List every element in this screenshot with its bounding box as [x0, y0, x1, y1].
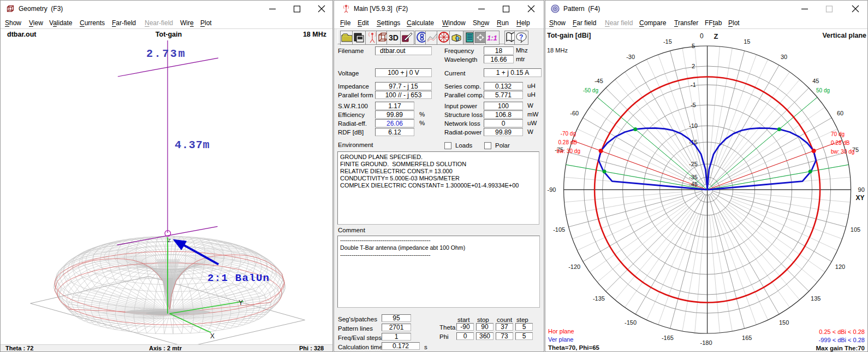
svg-text:-35: -35 — [689, 174, 698, 180]
svg-text:-70 dg: -70 dg — [561, 131, 576, 137]
svg-text:-135: -135 — [593, 295, 605, 302]
svg-text:-45: -45 — [689, 181, 698, 187]
svg-text:-50 dg: -50 dg — [583, 87, 598, 93]
svg-text:-999 < dBi < 0.28: -999 < dBi < 0.28 — [819, 337, 865, 343]
svg-text:45: 45 — [812, 78, 819, 84]
svg-text:bw: 30 dg: bw: 30 dg — [557, 148, 580, 154]
svg-text:X: X — [210, 332, 215, 340]
svg-text:0.25 < dBi < 0.28: 0.25 < dBi < 0.28 — [819, 328, 865, 335]
svg-text:15: 15 — [744, 38, 750, 45]
svg-text:bw: 30 dg: bw: 30 dg — [831, 149, 854, 155]
svg-text:Y: Y — [239, 299, 243, 307]
svg-text:60: 60 — [837, 110, 843, 116]
svg-text:150: 150 — [779, 319, 789, 326]
svg-text:70 dg: 70 dg — [831, 131, 845, 137]
svg-text:Vertical plane: Vertical plane — [822, 32, 866, 39]
svg-text:Hor plane: Hor plane — [548, 328, 574, 335]
svg-text:-5: -5 — [691, 102, 696, 108]
svg-text:0.28 dB: 0.28 dB — [831, 140, 850, 146]
svg-text:18 MHz: 18 MHz — [303, 31, 326, 38]
svg-text:50 dg: 50 dg — [816, 87, 830, 93]
svg-text:90: 90 — [858, 186, 865, 193]
svg-text:0.28 dB: 0.28 dB — [558, 139, 578, 145]
svg-text:120: 120 — [835, 263, 845, 270]
svg-text:4.37m: 4.37m — [175, 139, 210, 151]
svg-text:1:1: 1:1 — [487, 34, 497, 42]
svg-text:5: 5 — [692, 43, 695, 49]
svg-text:-180: -180 — [700, 339, 712, 346]
svg-text:3D: 3D — [389, 33, 399, 42]
svg-text:-1: -1 — [691, 81, 696, 88]
svg-text:2: 2 — [692, 63, 695, 69]
svg-text:Max gain The:70: Max gain The:70 — [816, 345, 865, 351]
svg-text:-15: -15 — [663, 38, 672, 45]
svg-text:-25: -25 — [689, 161, 698, 167]
svg-text:Tot-gain [dBi]: Tot-gain [dBi] — [547, 32, 591, 39]
svg-text:-60: -60 — [570, 110, 579, 116]
svg-text:165: 165 — [742, 335, 752, 341]
svg-text:dtbar.out: dtbar.out — [7, 31, 37, 38]
svg-text:-30: -30 — [626, 54, 635, 60]
svg-text:-105: -105 — [553, 226, 565, 233]
svg-text:Ver plane: Ver plane — [548, 336, 573, 343]
svg-text:-120: -120 — [568, 263, 580, 270]
svg-text:Tot-gain: Tot-gain — [156, 31, 182, 38]
svg-text:-90: -90 — [548, 186, 556, 193]
svg-text:2.73m: 2.73m — [146, 48, 186, 60]
svg-text:Theta=70, Phi=65: Theta=70, Phi=65 — [548, 344, 600, 351]
svg-text:XY: XY — [856, 194, 865, 202]
svg-text:0: 0 — [700, 32, 704, 40]
svg-text:-10: -10 — [689, 122, 698, 129]
svg-text:-150: -150 — [625, 319, 637, 326]
svg-text:?: ? — [519, 33, 523, 41]
svg-text:Z: Z — [168, 237, 171, 243]
svg-text:105: 105 — [851, 226, 860, 233]
svg-text:-45: -45 — [594, 78, 603, 84]
svg-text:30: 30 — [781, 54, 787, 60]
svg-text:Z: Z — [714, 32, 718, 40]
svg-text:2:1 BalUn: 2:1 BalUn — [207, 272, 270, 284]
svg-text:135: 135 — [811, 295, 821, 302]
svg-text:-165: -165 — [662, 335, 674, 341]
svg-text:18 MHz: 18 MHz — [547, 47, 568, 54]
